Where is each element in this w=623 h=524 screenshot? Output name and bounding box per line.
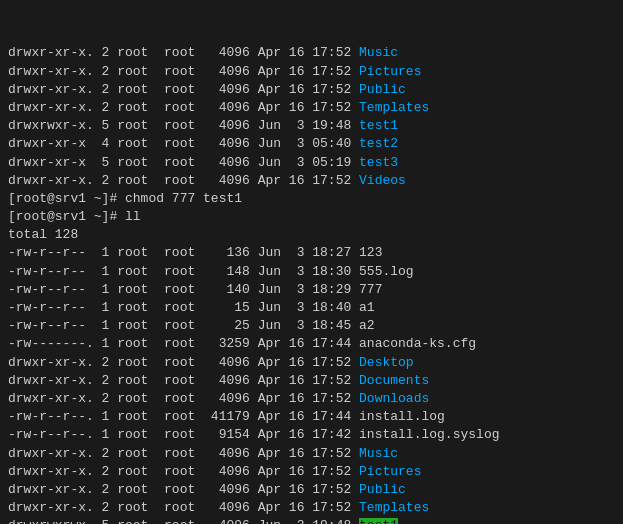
directory-link: Videos [359,173,406,188]
terminal-line: total 128 [8,226,615,244]
terminal-line: drwxr-xr-x. 2 root root 4096 Apr 16 17:5… [8,44,615,62]
directory-link: Pictures [359,64,421,79]
terminal-line: drwxr-xr-x. 2 root root 4096 Apr 16 17:5… [8,445,615,463]
directory-link: test1 [359,518,398,524]
directory-link: Templates [359,500,429,515]
directory-link: Documents [359,373,429,388]
terminal-line: drwxrwxr-x. 5 root root 4096 Jun 3 19:48… [8,117,615,135]
terminal-line: -rw-r--r-- 1 root root 136 Jun 3 18:27 1… [8,244,615,262]
directory-link: Templates [359,100,429,115]
terminal-line: drwxr-xr-x. 2 root root 4096 Apr 16 17:5… [8,372,615,390]
terminal-line: drwxr-xr-x. 2 root root 4096 Apr 16 17:5… [8,354,615,372]
terminal-line: drwxr-xr-x. 2 root root 4096 Apr 16 17:5… [8,463,615,481]
terminal-line: drwxr-xr-x 4 root root 4096 Jun 3 05:40 … [8,135,615,153]
directory-link: Music [359,45,398,60]
terminal-line: drwxr-xr-x. 2 root root 4096 Apr 16 17:5… [8,172,615,190]
directory-link: Desktop [359,355,414,370]
directory-link: Downloads [359,391,429,406]
terminal-line: drwxr-xr-x. 2 root root 4096 Apr 16 17:5… [8,81,615,99]
terminal-line: drwxr-xr-x. 2 root root 4096 Apr 16 17:5… [8,390,615,408]
terminal-line: -rw-r--r--. 1 root root 9154 Apr 16 17:4… [8,426,615,444]
terminal-line: -rw-------. 1 root root 3259 Apr 16 17:4… [8,335,615,353]
terminal-line: drwxr-xr-x. 2 root root 4096 Apr 16 17:5… [8,499,615,517]
directory-link: Pictures [359,464,421,479]
directory-link: Public [359,82,406,97]
terminal-line: drwxr-xr-x 5 root root 4096 Jun 3 05:19 … [8,154,615,172]
terminal-line: -rw-r--r-- 1 root root 148 Jun 3 18:30 5… [8,263,615,281]
terminal-line: -rw-r--r--. 1 root root 41179 Apr 16 17:… [8,408,615,426]
terminal-line: -rw-r--r-- 1 root root 15 Jun 3 18:40 a1 [8,299,615,317]
terminal-line: drwxr-xr-x. 2 root root 4096 Apr 16 17:5… [8,63,615,81]
terminal-line: [root@srv1 ~]# ll [8,208,615,226]
directory-link: Public [359,482,406,497]
terminal-line: -rw-r--r-- 1 root root 25 Jun 3 18:45 a2 [8,317,615,335]
directory-link: test2 [359,136,398,151]
terminal-line: [root@srv1 ~]# chmod 777 test1 [8,190,615,208]
terminal-line: -rw-r--r-- 1 root root 140 Jun 3 18:29 7… [8,281,615,299]
directory-link: test3 [359,155,398,170]
terminal-line: drwxr-xr-x. 2 root root 4096 Apr 16 17:5… [8,99,615,117]
terminal-line: drwxrwxrwx 5 root root 4096 Jun 3 19:48 … [8,517,615,524]
terminal: drwxr-xr-x. 2 root root 4096 Apr 16 17:5… [8,8,615,524]
terminal-line: drwxr-xr-x. 2 root root 4096 Apr 16 17:5… [8,481,615,499]
directory-link: Music [359,446,398,461]
directory-link: test1 [359,118,398,133]
